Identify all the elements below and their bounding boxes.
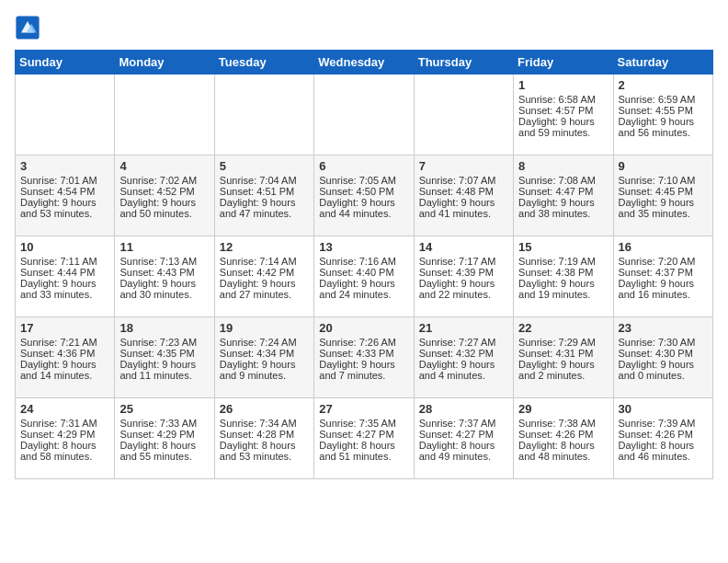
day-info: Sunset: 4:27 PM (319, 429, 408, 440)
day-info: Daylight: 8 hours and 46 minutes. (619, 440, 708, 462)
logo (15, 15, 44, 40)
day-info: Sunset: 4:34 PM (220, 348, 309, 359)
day-number: 6 (319, 159, 408, 173)
day-number: 19 (220, 321, 309, 335)
day-info: Sunset: 4:52 PM (119, 186, 209, 197)
day-info: Sunset: 4:32 PM (419, 348, 508, 359)
calendar-body: 1Sunrise: 6:58 AMSunset: 4:57 PMDaylight… (16, 75, 713, 479)
day-number: 15 (518, 240, 608, 254)
day-number: 23 (619, 321, 708, 335)
day-info: Sunrise: 7:34 AM (220, 418, 309, 429)
day-info: Sunrise: 7:08 AM (518, 175, 608, 186)
day-info: Sunset: 4:55 PM (619, 105, 708, 116)
day-info: Daylight: 9 hours and 22 minutes. (419, 278, 508, 300)
calendar-cell: 24Sunrise: 7:31 AMSunset: 4:29 PMDayligh… (16, 398, 115, 479)
day-info: Daylight: 8 hours and 58 minutes. (20, 440, 109, 462)
day-info: Sunset: 4:45 PM (619, 186, 708, 197)
day-number: 10 (20, 240, 109, 254)
calendar-week-1: 3Sunrise: 7:01 AMSunset: 4:54 PMDaylight… (16, 155, 713, 236)
day-info: Sunset: 4:43 PM (119, 267, 209, 278)
calendar-cell: 15Sunrise: 7:19 AMSunset: 4:38 PMDayligh… (514, 236, 613, 317)
calendar-cell (314, 75, 414, 155)
calendar-cell: 5Sunrise: 7:04 AMSunset: 4:51 PMDaylight… (214, 155, 313, 236)
day-number: 25 (119, 402, 209, 416)
day-info: Sunrise: 7:37 AM (419, 418, 508, 429)
day-info: Daylight: 9 hours and 14 minutes. (20, 359, 109, 381)
day-info: Daylight: 9 hours and 35 minutes. (619, 197, 708, 219)
day-number: 16 (619, 240, 708, 254)
day-number: 27 (319, 402, 408, 416)
day-info: Sunset: 4:28 PM (220, 429, 309, 440)
day-number: 28 (419, 402, 508, 416)
day-info: Daylight: 9 hours and 0 minutes. (619, 359, 708, 381)
day-info: Daylight: 9 hours and 30 minutes. (119, 278, 209, 300)
day-info: Daylight: 9 hours and 2 minutes. (518, 359, 608, 381)
day-info: Daylight: 8 hours and 48 minutes. (518, 440, 608, 462)
calendar-week-0: 1Sunrise: 6:58 AMSunset: 4:57 PMDaylight… (16, 75, 713, 155)
day-info: Sunset: 4:36 PM (20, 348, 109, 359)
day-number: 9 (619, 159, 708, 173)
day-info: Daylight: 9 hours and 19 minutes. (518, 278, 608, 300)
day-info: Sunset: 4:44 PM (20, 267, 109, 278)
page-header (15, 15, 713, 40)
day-number: 5 (220, 159, 309, 173)
header-sunday: Sunday (16, 51, 115, 75)
calendar-cell: 9Sunrise: 7:10 AMSunset: 4:45 PMDaylight… (613, 155, 712, 236)
day-info: Sunset: 4:57 PM (518, 105, 608, 116)
calendar-cell: 8Sunrise: 7:08 AMSunset: 4:47 PMDaylight… (514, 155, 613, 236)
day-info: Daylight: 8 hours and 53 minutes. (220, 440, 309, 462)
calendar-week-2: 10Sunrise: 7:11 AMSunset: 4:44 PMDayligh… (16, 236, 713, 317)
day-info: Daylight: 9 hours and 47 minutes. (220, 197, 309, 219)
day-info: Sunrise: 7:02 AM (119, 175, 209, 186)
day-info: Sunset: 4:26 PM (518, 429, 608, 440)
day-info: Sunset: 4:54 PM (20, 186, 109, 197)
day-info: Sunset: 4:27 PM (419, 429, 508, 440)
day-info: Sunrise: 7:20 AM (619, 256, 708, 267)
day-info: Sunrise: 7:29 AM (518, 337, 608, 348)
calendar-cell: 7Sunrise: 7:07 AMSunset: 4:48 PMDaylight… (414, 155, 513, 236)
day-info: Daylight: 8 hours and 49 minutes. (419, 440, 508, 462)
day-info: Sunset: 4:33 PM (319, 348, 408, 359)
day-info: Daylight: 9 hours and 7 minutes. (319, 359, 408, 381)
day-number: 21 (419, 321, 508, 335)
day-info: Daylight: 9 hours and 33 minutes. (20, 278, 109, 300)
calendar-cell: 20Sunrise: 7:26 AMSunset: 4:33 PMDayligh… (314, 317, 414, 398)
day-number: 14 (419, 240, 508, 254)
day-number: 30 (619, 402, 708, 416)
day-info: Daylight: 9 hours and 4 minutes. (419, 359, 508, 381)
day-info: Sunrise: 6:59 AM (619, 94, 708, 105)
day-info: Sunrise: 7:10 AM (619, 175, 708, 186)
day-info: Daylight: 9 hours and 44 minutes. (319, 197, 408, 219)
header-row: Sunday Monday Tuesday Wednesday Thursday… (16, 51, 713, 75)
day-info: Sunset: 4:35 PM (119, 348, 209, 359)
calendar-cell: 28Sunrise: 7:37 AMSunset: 4:27 PMDayligh… (414, 398, 513, 479)
calendar-cell: 22Sunrise: 7:29 AMSunset: 4:31 PMDayligh… (514, 317, 613, 398)
day-number: 26 (220, 402, 309, 416)
day-info: Sunrise: 7:17 AM (419, 256, 508, 267)
day-number: 4 (119, 159, 209, 173)
day-number: 1 (518, 78, 608, 92)
day-info: Sunset: 4:48 PM (419, 186, 508, 197)
day-info: Sunrise: 7:24 AM (220, 337, 309, 348)
day-info: Sunrise: 7:39 AM (619, 418, 708, 429)
day-info: Sunset: 4:38 PM (518, 267, 608, 278)
calendar-cell (414, 75, 513, 155)
calendar-cell: 17Sunrise: 7:21 AMSunset: 4:36 PMDayligh… (16, 317, 115, 398)
calendar-cell: 16Sunrise: 7:20 AMSunset: 4:37 PMDayligh… (613, 236, 712, 317)
day-info: Sunrise: 7:07 AM (419, 175, 508, 186)
day-number: 8 (518, 159, 608, 173)
day-info: Daylight: 9 hours and 16 minutes. (619, 278, 708, 300)
day-info: Daylight: 9 hours and 24 minutes. (319, 278, 408, 300)
calendar-cell: 2Sunrise: 6:59 AMSunset: 4:55 PMDaylight… (613, 75, 712, 155)
day-info: Sunrise: 7:38 AM (518, 418, 608, 429)
day-info: Sunrise: 7:01 AM (20, 175, 109, 186)
day-number: 11 (119, 240, 209, 254)
calendar-cell: 18Sunrise: 7:23 AMSunset: 4:35 PMDayligh… (115, 317, 214, 398)
header-thursday: Thursday (414, 51, 513, 75)
day-info: Sunset: 4:51 PM (220, 186, 309, 197)
calendar-week-4: 24Sunrise: 7:31 AMSunset: 4:29 PMDayligh… (16, 398, 713, 479)
calendar-cell (115, 75, 214, 155)
day-info: Sunset: 4:31 PM (518, 348, 608, 359)
calendar-cell: 25Sunrise: 7:33 AMSunset: 4:29 PMDayligh… (115, 398, 214, 479)
day-number: 2 (619, 78, 708, 92)
